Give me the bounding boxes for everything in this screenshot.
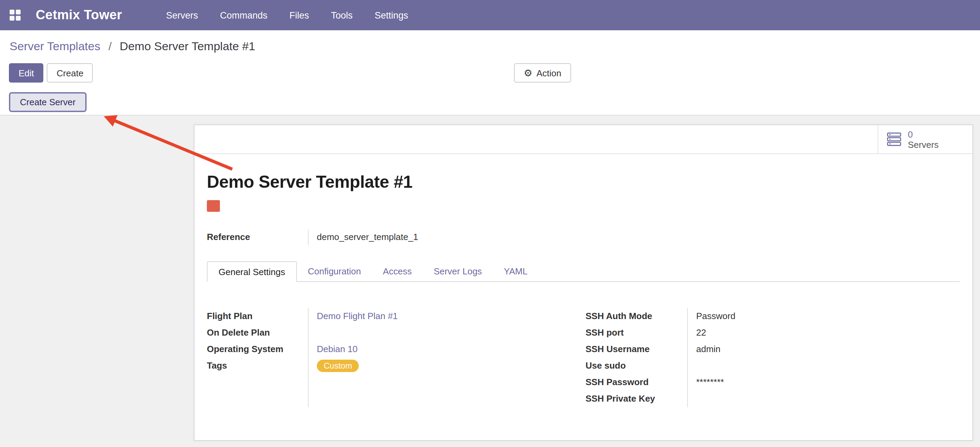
servers-label: Servers: [908, 139, 939, 150]
brand-title[interactable]: Cetmix Tower: [36, 8, 122, 23]
field-label: Tags: [207, 358, 300, 374]
sheet-body: Demo Server Template #1 Reference demo_s…: [194, 172, 972, 407]
reference-value: demo_server_template_1: [309, 230, 418, 245]
nav-item-commands[interactable]: Commands: [216, 7, 272, 23]
labels-column: SSH Auth Mode SSH port SSH Username Use …: [585, 308, 688, 407]
ssh-private-key-value: [696, 391, 735, 407]
tab-server-logs[interactable]: Server Logs: [423, 261, 493, 281]
edit-button[interactable]: Edit: [9, 63, 44, 83]
field-label: SSH port: [585, 325, 679, 341]
notebook-tabs: General Settings Configuration Access Se…: [207, 261, 960, 282]
field-label: On Delete Plan: [207, 325, 300, 341]
breadcrumb-current: Demo Server Template #1: [119, 40, 255, 53]
servers-count: 0: [908, 129, 939, 139]
breadcrumb-separator: /: [108, 40, 111, 53]
tab-configuration[interactable]: Configuration: [297, 261, 372, 281]
form-sheet: 0 Servers Demo Server Template #1 Refere…: [194, 125, 973, 441]
group-general: Flight Plan On Delete Plan Operating Sys…: [207, 308, 585, 407]
breadcrumb-parent-link[interactable]: Server Templates: [10, 40, 100, 53]
reference-label: Reference: [207, 230, 309, 245]
breadcrumb: Server Templates / Demo Server Template …: [10, 40, 255, 54]
field-label: SSH Password: [585, 374, 679, 391]
field-label: Use sudo: [585, 358, 679, 374]
ssh-username-value: admin: [696, 341, 735, 358]
field-groups: Flight Plan On Delete Plan Operating Sys…: [207, 308, 960, 407]
operating-system-link[interactable]: Debian 10: [317, 341, 585, 358]
control-panel-buttons: Edit Create: [9, 63, 93, 83]
values-column: Demo Flight Plan #1 Debian 10 Custom: [309, 308, 585, 407]
nav-item-files[interactable]: Files: [285, 7, 313, 23]
top-navbar: Cetmix Tower Servers Commands Files Tool…: [0, 0, 980, 30]
servers-stat-button[interactable]: 0 Servers: [878, 125, 972, 153]
stat-text: 0 Servers: [908, 129, 939, 150]
nav-item-settings[interactable]: Settings: [371, 7, 412, 23]
use-sudo-value: [696, 358, 735, 374]
tab-access[interactable]: Access: [372, 261, 423, 281]
reference-field: Reference demo_server_template_1: [207, 230, 960, 245]
field-label: SSH Auth Mode: [585, 308, 679, 325]
apps-grid-icon[interactable]: [10, 10, 21, 21]
create-server-button[interactable]: Create Server: [9, 92, 87, 112]
button-box: 0 Servers: [194, 125, 972, 154]
ssh-auth-mode-value: Password: [696, 308, 735, 325]
nav-item-servers[interactable]: Servers: [162, 7, 202, 23]
field-label: SSH Username: [585, 341, 679, 358]
nav-item-tools[interactable]: Tools: [327, 7, 357, 23]
labels-column: Flight Plan On Delete Plan Operating Sys…: [207, 308, 309, 407]
action-button-label: Action: [536, 68, 561, 78]
tab-general-settings[interactable]: General Settings: [207, 261, 297, 282]
tab-yaml[interactable]: YAML: [493, 261, 538, 281]
gear-icon: ⚙: [524, 68, 532, 78]
ssh-port-value: 22: [696, 325, 735, 341]
main-menu: Servers Commands Files Tools Settings: [162, 7, 412, 23]
tags-value: Custom: [317, 358, 585, 374]
on-delete-plan-value: [317, 325, 585, 341]
action-button[interactable]: ⚙ Action: [514, 63, 571, 83]
create-button[interactable]: Create: [47, 63, 93, 83]
flight-plan-link[interactable]: Demo Flight Plan #1: [317, 308, 585, 325]
field-label: SSH Private Key: [585, 391, 679, 407]
page-title: Demo Server Template #1: [207, 172, 960, 192]
field-label: Operating System: [207, 341, 300, 358]
tag-badge: Custom: [317, 360, 359, 372]
values-column: Password 22 admin ********: [688, 308, 735, 407]
color-swatch: [207, 200, 220, 212]
field-label: Flight Plan: [207, 308, 300, 325]
ssh-password-value: ********: [696, 374, 735, 391]
page: Cetmix Tower Servers Commands Files Tool…: [0, 0, 980, 447]
server-stack-icon: [886, 132, 902, 147]
group-ssh: SSH Auth Mode SSH port SSH Username Use …: [585, 308, 735, 407]
